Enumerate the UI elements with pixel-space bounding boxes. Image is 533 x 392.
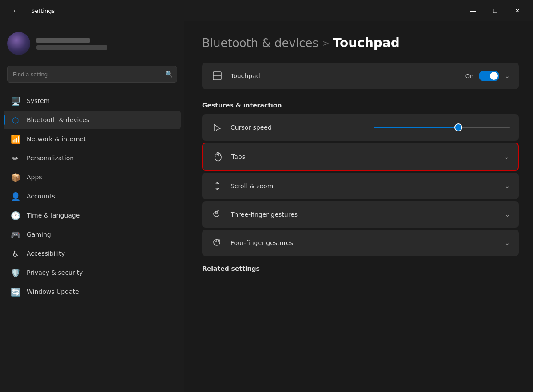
sidebar-item-time[interactable]: 🕐 Time & language [4, 206, 181, 225]
sidebar: 🔍 🖥️ System ⬡ Bluetooth & devices 📶 Netw… [0, 21, 184, 392]
search-icon: 🔍 [165, 71, 173, 78]
sidebar-item-label-update: Windows Update [27, 288, 79, 295]
sidebar-item-personalization[interactable]: ✏️ Personalization [4, 149, 181, 167]
sidebar-item-label-gaming: Gaming [27, 231, 51, 238]
four-finger-label: Four-finger gestures [231, 239, 497, 246]
cursor-speed-slider[interactable] [374, 123, 510, 132]
taps-label: Taps [231, 153, 497, 160]
cursor-speed-label: Cursor speed [231, 124, 367, 131]
sidebar-item-label-privacy: Privacy & security [27, 269, 83, 276]
sidebar-item-accounts[interactable]: 👤 Accounts [4, 187, 181, 206]
touchpad-expand-chevron[interactable]: ⌄ [505, 72, 510, 79]
accessibility-icon: ♿ [11, 249, 20, 258]
four-finger-right: ⌄ [505, 239, 510, 246]
sidebar-item-system[interactable]: 🖥️ System [4, 91, 181, 110]
scroll-zoom-row: Scroll & zoom ⌄ [202, 173, 519, 199]
three-finger-right: ⌄ [505, 211, 510, 218]
update-icon: 🔄 [11, 287, 20, 297]
four-finger-card: Four-finger gestures ⌄ [202, 230, 519, 256]
four-finger-icon [211, 237, 223, 249]
back-button[interactable]: ← [5, 4, 26, 18]
maximize-button[interactable]: □ [485, 4, 505, 18]
slider-fill [374, 127, 458, 128]
bluetooth-icon: ⬡ [11, 115, 20, 125]
sidebar-item-apps[interactable]: 📦 Apps [4, 168, 181, 186]
cursor-speed-row: Cursor speed [202, 114, 519, 141]
scroll-zoom-chevron[interactable]: ⌄ [505, 182, 510, 190]
sidebar-item-network[interactable]: 📶 Network & internet [4, 130, 181, 148]
slider-thumb[interactable] [454, 123, 462, 131]
three-finger-label: Three-finger gestures [231, 211, 497, 218]
three-finger-icon [211, 208, 223, 221]
breadcrumb: Bluetooth & devices > Touchpad [202, 36, 519, 50]
sidebar-item-label-accessibility: Accessibility [27, 250, 65, 257]
sidebar-item-label-time: Time & language [27, 212, 80, 219]
touchpad-label: Touchpad [231, 72, 458, 79]
time-icon: 🕐 [11, 210, 20, 220]
toggle-thumb [490, 72, 498, 80]
gaming-icon: 🎮 [11, 230, 20, 239]
search-input[interactable] [7, 66, 177, 83]
personalization-icon: ✏️ [11, 153, 20, 163]
system-icon: 🖥️ [11, 96, 20, 106]
taps-chevron[interactable]: ⌄ [504, 153, 509, 160]
toggle-on-label: On [465, 73, 473, 79]
minimize-button[interactable]: — [463, 4, 483, 18]
avatar[interactable] [7, 32, 30, 55]
close-button[interactable]: ✕ [507, 4, 528, 18]
four-finger-row: Four-finger gestures ⌄ [202, 230, 519, 256]
user-name [36, 38, 90, 43]
sidebar-item-gaming[interactable]: 🎮 Gaming [4, 225, 181, 244]
touchpad-toggle[interactable] [479, 71, 499, 81]
three-finger-card: Three-finger gestures ⌄ [202, 201, 519, 228]
taps-row: Taps ⌄ [203, 143, 518, 170]
user-email [36, 45, 107, 50]
sidebar-item-label-network: Network & internet [27, 135, 86, 143]
sidebar-item-label-bluetooth: Bluetooth & devices [27, 116, 89, 123]
sidebar-item-label-personalization: Personalization [27, 154, 74, 162]
breadcrumb-separator: > [322, 38, 330, 48]
sidebar-item-privacy[interactable]: 🛡️ Privacy & security [4, 263, 181, 282]
sidebar-item-bluetooth[interactable]: ⬡ Bluetooth & devices [4, 111, 181, 129]
user-info [36, 38, 107, 50]
content-area: Bluetooth & devices > Touchpad Touchpad … [184, 21, 533, 392]
network-icon: 📶 [11, 134, 20, 144]
three-finger-chevron[interactable]: ⌄ [505, 211, 510, 218]
touchpad-row: Touchpad On ⌄ [202, 63, 519, 89]
taps-right: ⌄ [504, 153, 509, 160]
scroll-zoom-card: Scroll & zoom ⌄ [202, 173, 519, 199]
titlebar: ← Settings — □ ✕ [0, 0, 533, 21]
touchpad-icon [211, 70, 223, 82]
privacy-icon: 🛡️ [11, 268, 20, 277]
scroll-zoom-label: Scroll & zoom [231, 182, 497, 190]
search-box[interactable]: 🔍 [7, 66, 177, 83]
cursor-speed-icon [211, 121, 223, 134]
four-finger-chevron[interactable]: ⌄ [505, 239, 510, 246]
sidebar-item-label-accounts: Accounts [27, 193, 55, 200]
scroll-zoom-icon [211, 180, 223, 192]
related-settings-title: Related settings [202, 265, 519, 272]
app-container: 🔍 🖥️ System ⬡ Bluetooth & devices 📶 Netw… [0, 21, 533, 392]
touchpad-right: On ⌄ [465, 71, 510, 81]
three-finger-row: Three-finger gestures ⌄ [202, 201, 519, 228]
apps-icon: 📦 [11, 172, 20, 182]
sidebar-item-accessibility[interactable]: ♿ Accessibility [4, 244, 181, 263]
taps-card[interactable]: Taps ⌄ [202, 143, 519, 171]
cursor-speed-card: Cursor speed [202, 114, 519, 141]
scroll-zoom-right: ⌄ [505, 182, 510, 190]
sidebar-item-label-apps: Apps [27, 174, 42, 181]
titlebar-left: ← Settings [5, 4, 55, 18]
touchpad-card: Touchpad On ⌄ [202, 63, 519, 89]
breadcrumb-parent[interactable]: Bluetooth & devices [202, 36, 318, 50]
slider-track [374, 127, 510, 128]
app-title: Settings [31, 8, 55, 14]
accounts-icon: 👤 [11, 191, 20, 201]
svg-rect-0 [213, 72, 221, 80]
gestures-section-title: Gestures & interaction [202, 91, 519, 114]
sidebar-item-label-system: System [27, 97, 50, 104]
user-section [0, 28, 184, 66]
sidebar-item-update[interactable]: 🔄 Windows Update [4, 282, 181, 301]
window-controls: — □ ✕ [463, 4, 528, 18]
breadcrumb-current: Touchpad [333, 36, 400, 50]
taps-icon [212, 150, 224, 163]
